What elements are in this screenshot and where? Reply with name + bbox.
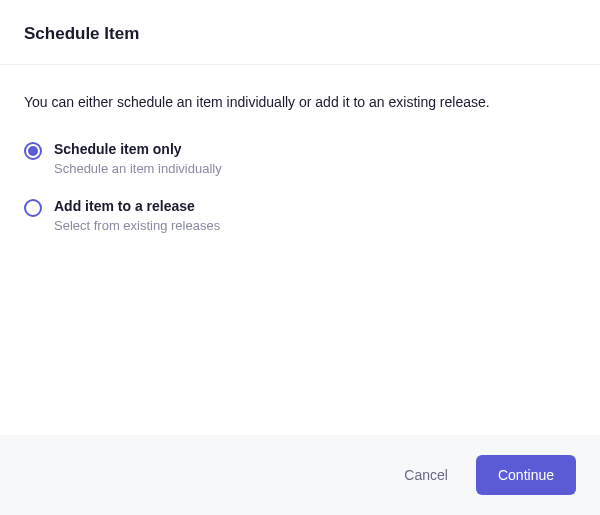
option-subtitle: Select from existing releases (54, 218, 220, 233)
option-title: Add item to a release (54, 198, 220, 214)
option-add-to-release[interactable]: Add item to a release Select from existi… (24, 198, 576, 233)
dialog-content: You can either schedule an item individu… (0, 65, 600, 435)
option-text: Schedule item only Schedule an item indi… (54, 141, 222, 176)
radio-icon (24, 142, 42, 160)
option-subtitle: Schedule an item individually (54, 161, 222, 176)
radio-icon (24, 199, 42, 217)
dialog-footer: Cancel Continue (0, 435, 600, 515)
dialog-description: You can either schedule an item individu… (24, 93, 576, 113)
dialog-title: Schedule Item (24, 24, 576, 44)
option-schedule-item-only[interactable]: Schedule item only Schedule an item indi… (24, 141, 576, 176)
schedule-options: Schedule item only Schedule an item indi… (24, 141, 576, 233)
cancel-button[interactable]: Cancel (396, 457, 456, 493)
dialog-header: Schedule Item (0, 0, 600, 65)
option-text: Add item to a release Select from existi… (54, 198, 220, 233)
continue-button[interactable]: Continue (476, 455, 576, 495)
option-title: Schedule item only (54, 141, 222, 157)
